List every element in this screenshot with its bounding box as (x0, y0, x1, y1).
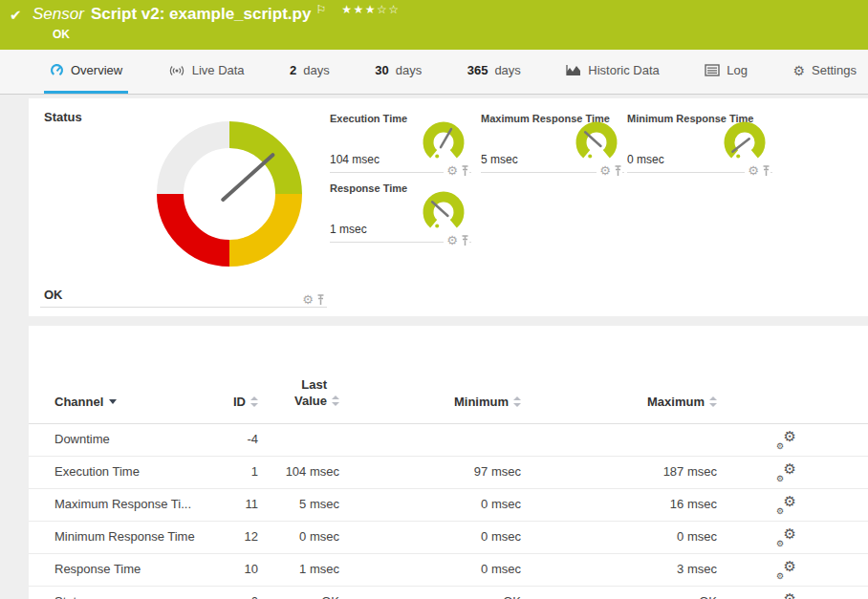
table-row[interactable]: Maximum Response Ti... 11 5 msec 0 msec … (29, 489, 868, 522)
channel-name: Downtime (29, 424, 220, 456)
status-value: OK (44, 288, 63, 302)
col-header-channel[interactable]: Channel (54, 395, 117, 409)
channel-id: 1 (220, 457, 258, 488)
tab-365-days[interactable]: 365 days (462, 50, 527, 94)
gauge-icon (50, 63, 64, 77)
status-panel-footer: OK ⚙ (40, 286, 327, 308)
col-header-last-value[interactable]: Last Value (279, 394, 339, 408)
gauge-chart (420, 117, 467, 164)
table-row[interactable]: Minimum Response Time 12 0 msec 0 msec 0… (29, 522, 868, 554)
pin-icon[interactable] (316, 294, 325, 306)
tab-number: 365 (467, 63, 488, 77)
gear-icon[interactable]: ⚙ (446, 165, 458, 177)
table-row[interactable]: Downtime -4 ⚙⚙ (29, 424, 868, 457)
sort-desc-icon (109, 399, 117, 404)
channel-last-value: OK (258, 587, 339, 599)
tab-30-days[interactable]: 30 days (369, 50, 427, 94)
table-row[interactable]: Execution Time 1 104 msec 97 msec 187 ms… (29, 457, 868, 489)
channel-maximum (521, 424, 717, 456)
channel-last-value: 0 msec (258, 522, 339, 553)
gear-icon: ⚙ (792, 64, 805, 77)
channel-name: Minimum Response Time (29, 522, 220, 553)
gauge-chart (420, 186, 467, 234)
tab-bar: Overview Live Data 2 days 30 days 365 da… (0, 50, 868, 95)
channel-settings-icon[interactable]: ⚙⚙ (776, 562, 796, 579)
gauge-panel-minimum-response-time: Minimum Response Time 0 msec ⚙ (627, 108, 772, 173)
status-check-icon: ✔ (10, 7, 22, 24)
gear-icon[interactable]: ⚙ (748, 165, 759, 177)
tab-label: Settings (812, 63, 857, 77)
table-row[interactable]: Status 0 OK OK OK ⚙⚙ (29, 587, 868, 599)
tab-historic-data[interactable]: Historic Data (560, 50, 664, 94)
channel-name: Maximum Response Ti... (29, 489, 220, 521)
channel-name: Execution Time (29, 457, 220, 488)
gear-icon[interactable]: ⚙ (599, 165, 611, 177)
tab-label: days (396, 63, 422, 77)
sensor-name: Script v2: example_script.py (91, 5, 312, 23)
status-panel-title: Status (44, 110, 82, 124)
col-label: Last Value (279, 376, 327, 409)
channel-last-value (258, 424, 339, 456)
channel-id: 11 (220, 489, 258, 521)
table-row[interactable]: Response Time 10 1 msec 0 msec 3 msec ⚙⚙ (29, 554, 868, 587)
channel-maximum: 187 msec (521, 457, 717, 488)
channels-table-card: Channel ID Last Value Minimum Maximum Do… (29, 326, 868, 599)
channel-settings-icon[interactable]: ⚙⚙ (776, 464, 796, 481)
tab-log[interactable]: Log (699, 50, 753, 94)
flag-icon[interactable]: ⚐ (315, 3, 326, 16)
tab-settings[interactable]: ⚙ Settings (787, 50, 862, 94)
channel-settings-icon[interactable]: ⚙⚙ (776, 529, 796, 546)
channel-settings-icon[interactable]: ⚙⚙ (776, 497, 796, 514)
gauge-needle (732, 139, 749, 152)
channel-id: 0 (220, 587, 258, 599)
tab-2-days[interactable]: 2 days (284, 50, 336, 94)
pin-icon[interactable] (461, 235, 469, 246)
channel-settings-icon[interactable]: ⚙⚙ (776, 432, 796, 449)
log-list-icon (705, 64, 720, 76)
col-header-maximum[interactable]: Maximum (647, 395, 717, 409)
sort-icon (250, 396, 258, 407)
sort-icon (513, 396, 521, 407)
tab-label: Live Data (192, 63, 245, 77)
channel-id: -4 (220, 424, 258, 456)
gear-icon[interactable]: ⚙ (446, 235, 458, 246)
status-gauge-needle (223, 155, 272, 200)
channel-last-value: 104 msec (258, 457, 339, 488)
channel-maximum: 0 msec (521, 522, 717, 553)
tab-live-data[interactable]: Live Data (163, 50, 250, 94)
sort-icon (709, 396, 717, 407)
tab-label: Log (727, 63, 748, 77)
gauge-panel-execution-time: Execution Time 104 msec ⚙ (330, 108, 471, 173)
gauge-value: 5 msec (481, 153, 518, 166)
sensor-title-line: SensorScript v2: example_script.py⚐★★★☆☆ (33, 5, 400, 24)
area-chart-icon (566, 64, 581, 77)
channel-minimum (339, 424, 521, 456)
overview-card: Status OK ⚙ Execution Time 104 msec ⚙ (29, 98, 868, 316)
tab-overview[interactable]: Overview (44, 50, 128, 94)
sensor-status-text: OK (53, 28, 70, 41)
channel-maximum: 3 msec (521, 554, 717, 586)
pin-icon[interactable] (461, 165, 469, 177)
tab-label: days (303, 63, 329, 77)
tab-label: Historic Data (588, 63, 659, 77)
gear-icon[interactable]: ⚙ (302, 294, 314, 306)
pin-icon[interactable] (614, 165, 622, 177)
channel-maximum: 16 msec (521, 489, 717, 521)
col-label: ID (233, 395, 246, 409)
channel-settings-icon[interactable]: ⚙⚙ (776, 594, 796, 599)
channel-id: 10 (220, 554, 258, 586)
live-data-icon (168, 64, 185, 77)
priority-stars[interactable]: ★★★☆☆ (341, 3, 400, 16)
tab-label: days (494, 63, 520, 77)
col-header-minimum[interactable]: Minimum (454, 395, 521, 409)
sort-icon (332, 396, 339, 406)
channel-last-value: 1 msec (258, 554, 339, 586)
col-header-id[interactable]: ID (233, 395, 258, 409)
pin-icon[interactable] (762, 165, 770, 177)
gauge-needle (585, 132, 600, 146)
col-label: Maximum (647, 395, 705, 409)
gauge-chart (721, 117, 769, 164)
channel-last-value: 5 msec (258, 489, 339, 521)
gauge-value: 1 msec (330, 223, 367, 236)
gauge-chart (573, 117, 620, 164)
